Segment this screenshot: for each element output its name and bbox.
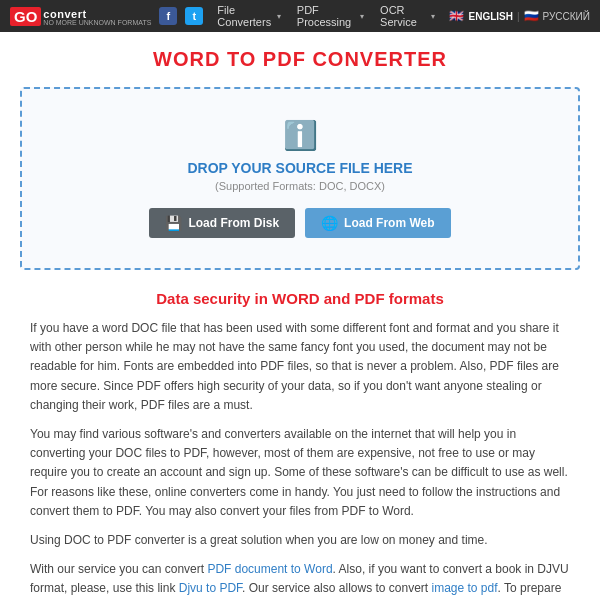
nav-file-converters[interactable]: File Converters ▾: [211, 0, 286, 32]
logo-tagline: NO MORE UNKNOWN FORMATS: [43, 19, 151, 26]
drop-zone[interactable]: ℹ️ DROP YOUR SOURCE FILE HERE (Supported…: [20, 87, 580, 270]
logo-text: convert NO MORE UNKNOWN FORMATS: [43, 6, 151, 26]
twitter-icon[interactable]: t: [185, 7, 203, 25]
nav-pdf-processing-label: PDF Processing: [297, 4, 357, 28]
flag-ru: 🇷🇺: [524, 9, 539, 23]
article: Data security in WORD and PDF formats If…: [20, 290, 580, 600]
load-from-web-button[interactable]: 🌐 Load From Web: [305, 208, 450, 238]
article-p3: Using DOC to PDF converter is a great so…: [30, 531, 570, 550]
page-title: WORD TO PDF CONVERTER: [20, 48, 580, 71]
lang-separator: |: [517, 11, 520, 22]
main-content: WORD TO PDF CONVERTER ℹ️ DROP YOUR SOURC…: [0, 32, 600, 600]
logo: GO convert NO MORE UNKNOWN FORMATS: [10, 6, 151, 26]
article-p1: If you have a word DOC file that has bee…: [30, 319, 570, 415]
nav: File Converters ▾ PDF Processing ▾ OCR S…: [211, 0, 441, 32]
section1-title: Data security in WORD and PDF formats: [30, 290, 570, 307]
drop-text: DROP YOUR SOURCE FILE HERE: [42, 160, 558, 176]
p4-mid2: . Our service also allows to convert: [242, 581, 431, 595]
disk-icon: 💾: [165, 215, 182, 231]
web-icon: 🌐: [321, 215, 338, 231]
nav-ocr-service-label: OCR Service: [380, 4, 428, 28]
load-from-disk-button[interactable]: 💾 Load From Disk: [149, 208, 295, 238]
nav-pdf-processing-arrow: ▾: [360, 12, 364, 21]
p4-pre: With our service you can convert: [30, 562, 207, 576]
nav-file-converters-label: File Converters: [217, 4, 273, 28]
article-p2: You may find various software's and conv…: [30, 425, 570, 521]
nav-pdf-processing[interactable]: PDF Processing ▾: [291, 0, 370, 32]
article-p4: With our service you can convert PDF doc…: [30, 560, 570, 600]
upload-icon: ℹ️: [42, 119, 558, 152]
flag-en: 🇬🇧: [449, 9, 464, 23]
drop-formats: (Supported Formats: DOC, DOCX): [42, 180, 558, 192]
nav-ocr-service-arrow: ▾: [431, 12, 435, 21]
lang-en-label[interactable]: ENGLISH: [468, 11, 512, 22]
nav-file-converters-arrow: ▾: [277, 12, 281, 21]
logo-go: GO: [10, 7, 41, 26]
facebook-icon[interactable]: f: [159, 7, 177, 25]
link-image-to-pdf[interactable]: image to pdf: [432, 581, 498, 595]
load-web-label: Load From Web: [344, 216, 434, 230]
nav-ocr-service[interactable]: OCR Service ▾: [374, 0, 441, 32]
link-pdf-to-word[interactable]: PDF document to Word: [207, 562, 332, 576]
link-djvu-to-pdf[interactable]: Djvu to PDF: [179, 581, 242, 595]
btn-row: 💾 Load From Disk 🌐 Load From Web: [42, 208, 558, 238]
header: GO convert NO MORE UNKNOWN FORMATS f t F…: [0, 0, 600, 32]
lang-ru-label[interactable]: РУССКИЙ: [543, 11, 590, 22]
load-disk-label: Load From Disk: [188, 216, 279, 230]
lang-switcher: 🇬🇧 ENGLISH | 🇷🇺 РУССКИЙ: [449, 9, 590, 23]
